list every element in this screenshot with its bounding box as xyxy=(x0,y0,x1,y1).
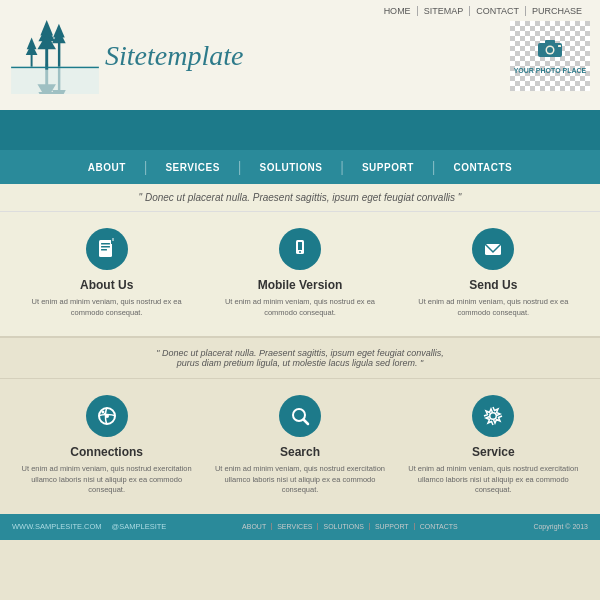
footer-nav-contacts[interactable]: CONTACTS xyxy=(415,523,463,530)
nav-home[interactable]: HOME xyxy=(378,6,418,16)
about-us-title: About Us xyxy=(20,278,194,292)
connections-title: Connections xyxy=(20,445,194,459)
service-title: Service xyxy=(406,445,580,459)
svg-rect-30 xyxy=(112,238,113,241)
feature-about-us: About Us Ut enim ad minim veniam, quis n… xyxy=(20,228,194,318)
search-text: Ut enim ad minim veniam, quis nostrud ex… xyxy=(213,464,387,496)
mobile-icon xyxy=(279,228,321,270)
quote-bar-1: " Donec ut placerat nulla. Praesent sagi… xyxy=(0,184,600,212)
search-icon-circle xyxy=(279,395,321,437)
feature-service: Service Ut enim ad minim veniam, quis no… xyxy=(406,395,580,496)
top-nav: HOME SITEMAP CONTACT PURCHASE xyxy=(0,0,600,16)
send-text: Ut enim ad minim veniam, quis nostrud ex… xyxy=(406,297,580,318)
nav-bar: ABOUT | SERVICES | SOLUTIONS | SUPPORT |… xyxy=(0,150,600,184)
camera-icon xyxy=(536,37,564,65)
features-section-1: About Us Ut enim ad minim veniam, quis n… xyxy=(0,212,600,336)
nav-solutions[interactable]: SOLUTIONS xyxy=(241,162,340,173)
svg-rect-32 xyxy=(298,242,302,250)
feature-search: Search Ut enim ad minim veniam, quis nos… xyxy=(213,395,387,496)
svg-rect-23 xyxy=(545,40,555,44)
svg-marker-18 xyxy=(52,90,66,94)
feature-send: Send Us Ut enim ad minim veniam, quis no… xyxy=(406,228,580,318)
footer-nav-support[interactable]: SUPPORT xyxy=(370,523,415,530)
feature-mobile: Mobile Version Ut enim ad minim veniam, … xyxy=(213,228,387,318)
svg-point-42 xyxy=(491,414,496,419)
features-grid-2: Connections Ut enim ad minim veniam, qui… xyxy=(10,395,590,496)
service-text: Ut enim ad minim veniam, quis nostrud ex… xyxy=(406,464,580,496)
svg-point-22 xyxy=(547,47,553,53)
footer-website[interactable]: WWW.SAMPLESITE.COM xyxy=(12,522,102,531)
mobile-title: Mobile Version xyxy=(213,278,387,292)
features-section-2: Connections Ut enim ad minim veniam, qui… xyxy=(0,379,600,514)
logo-title: Sitetemplate xyxy=(105,40,243,72)
svg-rect-25 xyxy=(99,240,112,257)
footer-nav-services[interactable]: SERVICES xyxy=(272,523,318,530)
svg-rect-16 xyxy=(58,67,60,94)
nav-purchase[interactable]: PURCHASE xyxy=(526,6,588,16)
footer-nav-solutions[interactable]: SOLUTIONS xyxy=(318,523,369,530)
logo-trees xyxy=(10,16,100,96)
service-icon xyxy=(472,395,514,437)
logo-area: Sitetemplate xyxy=(10,16,243,96)
quote-1-text: " Donec ut placerat nulla. Praesent sagi… xyxy=(139,192,462,203)
teal-banner xyxy=(0,110,600,150)
footer: WWW.SAMPLESITE.COM @SAMPLESITE ABOUT SER… xyxy=(0,514,600,540)
footer-nav-about[interactable]: ABOUT xyxy=(237,523,272,530)
feature-connections: Connections Ut enim ad minim veniam, qui… xyxy=(20,395,194,496)
features-grid-1: About Us Ut enim ad minim veniam, quis n… xyxy=(10,228,590,318)
footer-nav: ABOUT SERVICES SOLUTIONS SUPPORT CONTACT… xyxy=(237,523,463,530)
send-title: Send Us xyxy=(406,278,580,292)
footer-left: WWW.SAMPLESITE.COM @SAMPLESITE xyxy=(12,522,166,531)
header-content: Sitetemplate YOUR PHOTO PLACE xyxy=(0,16,600,96)
about-us-text: Ut enim ad minim veniam, quis nostrud ex… xyxy=(20,297,194,318)
footer-copyright: Copyright © 2013 xyxy=(533,523,588,530)
footer-social[interactable]: @SAMPLESITE xyxy=(112,522,167,531)
header: HOME SITEMAP CONTACT PURCHASE xyxy=(0,0,600,110)
nav-support[interactable]: SUPPORT xyxy=(344,162,432,173)
quote-2-text: " Donec ut placerat nulla. Praesent sagi… xyxy=(156,348,443,368)
connections-text: Ut enim ad minim veniam, quis nostrud ex… xyxy=(20,464,194,496)
photo-placeholder: YOUR PHOTO PLACE xyxy=(510,21,590,91)
nav-contact[interactable]: CONTACT xyxy=(470,6,526,16)
svg-rect-28 xyxy=(101,249,107,251)
quote-bar-2: " Donec ut placerat nulla. Praesent sagi… xyxy=(0,336,600,379)
svg-rect-24 xyxy=(558,45,561,47)
svg-rect-1 xyxy=(11,67,99,94)
svg-rect-27 xyxy=(101,246,110,248)
about-us-icon xyxy=(86,228,128,270)
connections-icon xyxy=(86,395,128,437)
send-icon xyxy=(472,228,514,270)
search-title: Search xyxy=(213,445,387,459)
svg-rect-19 xyxy=(11,67,99,68)
mobile-text: Ut enim ad minim veniam, quis nostrud ex… xyxy=(213,297,387,318)
photo-place-text: YOUR PHOTO PLACE xyxy=(514,67,587,75)
svg-line-40 xyxy=(303,420,308,425)
nav-services[interactable]: SERVICES xyxy=(147,162,237,173)
nav-sitemap[interactable]: SITEMAP xyxy=(418,6,471,16)
svg-rect-26 xyxy=(101,243,110,245)
svg-point-33 xyxy=(299,251,301,253)
nav-contacts[interactable]: CONTACTS xyxy=(435,162,530,173)
nav-about[interactable]: ABOUT xyxy=(70,162,144,173)
